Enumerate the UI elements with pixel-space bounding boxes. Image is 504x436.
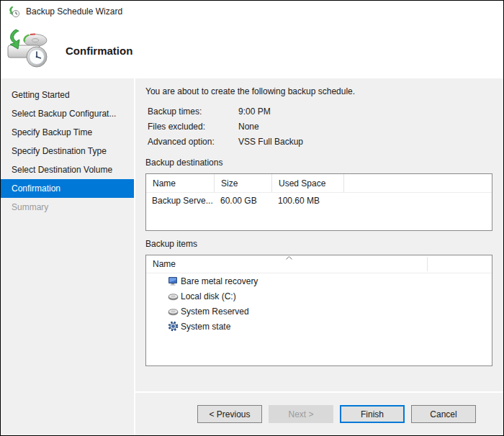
destinations-table-row[interactable]: Backup Serve... 60.00 GB 100.60 MB — [146, 193, 492, 209]
content-pane: You are about to create the following ba… — [135, 78, 503, 435]
backup-destinations-label: Backup destinations — [145, 157, 492, 168]
backup-drive-clock-icon — [6, 28, 51, 73]
backup-wizard-icon — [8, 6, 20, 18]
summary-row-advanced-option: Advanced option: VSS Full Backup — [145, 134, 492, 149]
sidebar-item-specify-backup-time[interactable]: Specify Backup Time — [1, 123, 134, 142]
sidebar-item-select-backup-configuration[interactable]: Select Backup Configurat... — [1, 104, 134, 123]
column-header-size[interactable]: Size — [215, 174, 272, 192]
sidebar-item-summary: Summary — [1, 198, 134, 217]
list-item-system-reserved[interactable]: System Reserved — [168, 304, 492, 319]
disk-icon — [168, 306, 179, 317]
wizard-body: Getting Started Select Backup Configurat… — [1, 78, 503, 435]
disk-icon — [168, 291, 179, 301]
titlebar: Backup Schedule Wizard — [1, 1, 503, 22]
summary-row-files-excluded: Files excluded: None — [145, 119, 492, 134]
backup-times-value: 9:00 PM — [238, 106, 271, 117]
next-button: Next > — [269, 405, 333, 423]
finish-button[interactable]: Finish — [340, 405, 405, 423]
list-item-bare-metal-recovery[interactable]: Bare metal recovery — [168, 273, 492, 289]
summary-row-backup-times: Backup times: 9:00 PM — [145, 104, 492, 119]
sidebar-item-getting-started[interactable]: Getting Started — [1, 86, 134, 104]
sidebar-item-select-destination-volume[interactable]: Select Destination Volume — [1, 160, 134, 179]
list-item-system-state[interactable]: System state — [168, 319, 492, 334]
list-item-label: Bare metal recovery — [181, 276, 258, 286]
destination-size-cell: 60.00 GB — [215, 196, 272, 206]
sidebar-item-confirmation[interactable]: Confirmation — [1, 179, 134, 198]
items-column-header-name[interactable]: Name — [146, 255, 492, 273]
previous-button[interactable]: < Previous — [197, 405, 262, 423]
advanced-option-value: VSS Full Backup — [238, 137, 303, 147]
list-item-local-disk-c[interactable]: Local disk (C:) — [168, 289, 492, 304]
footer: < Previous Next > Finish Cancel — [135, 391, 503, 435]
column-header-filler — [344, 174, 492, 192]
backup-items-label: Backup items — [145, 238, 492, 250]
files-excluded-label: Files excluded: — [145, 122, 238, 132]
wizard-header: Confirmation — [1, 22, 503, 78]
bare-metal-recovery-icon — [168, 276, 179, 286]
content-main: You are about to create the following ba… — [135, 78, 503, 391]
cancel-button[interactable]: Cancel — [411, 405, 476, 423]
sidebar: Getting Started Select Backup Configurat… — [1, 78, 135, 435]
destinations-header-row: Name Size Used Space — [146, 174, 492, 193]
destination-name-cell: Backup Serve... — [146, 196, 215, 206]
column-header-name[interactable]: Name — [146, 174, 215, 192]
list-item-label: Local disk (C:) — [181, 291, 236, 301]
page-title: Confirmation — [66, 45, 132, 57]
items-name-header-text: Name — [146, 259, 176, 269]
intro-text: You are about to create the following ba… — [145, 86, 492, 97]
items-header-separator — [427, 257, 428, 271]
advanced-option-label: Advanced option: — [145, 137, 238, 147]
list-item-label: System Reserved — [181, 306, 249, 317]
sort-ascending-caret-icon — [286, 256, 292, 260]
destinations-table: Name Size Used Space Backup Serve... 60.… — [145, 173, 492, 231]
destination-used-space-cell: 100.60 MB — [272, 196, 344, 206]
backup-schedule-wizard-window: Backup Schedule Wizard — [0, 0, 504, 436]
files-excluded-value: None — [238, 122, 259, 132]
column-header-used-space[interactable]: Used Space — [272, 174, 344, 192]
backup-times-label: Backup times: — [145, 106, 238, 117]
items-table: Name Bare — [145, 255, 492, 366]
window-title: Backup Schedule Wizard — [26, 6, 122, 17]
list-item-label: System state — [181, 322, 230, 332]
gear-icon — [168, 321, 179, 332]
sidebar-item-specify-destination-type[interactable]: Specify Destination Type — [1, 142, 134, 160]
